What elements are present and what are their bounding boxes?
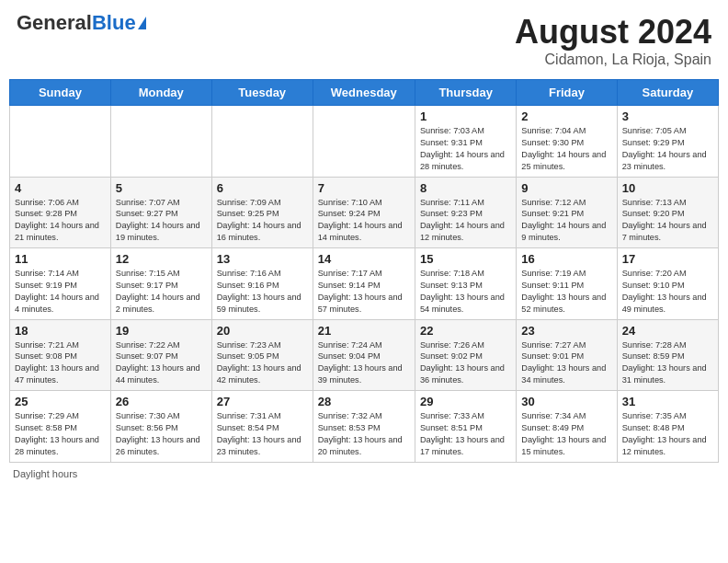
calendar-table: SundayMondayTuesdayWednesdayThursdayFrid… <box>9 79 719 463</box>
day-info: Sunrise: 7:27 AM Sunset: 9:01 PM Dayligh… <box>521 339 611 387</box>
calendar-day-cell: 28Sunrise: 7:32 AM Sunset: 8:53 PM Dayli… <box>313 391 415 463</box>
calendar-day-cell: 24Sunrise: 7:28 AM Sunset: 8:59 PM Dayli… <box>617 319 718 391</box>
calendar-day-cell: 7Sunrise: 7:10 AM Sunset: 9:24 PM Daylig… <box>313 177 415 248</box>
day-number: 8 <box>420 181 511 195</box>
day-info: Sunrise: 7:23 AM Sunset: 9:05 PM Dayligh… <box>217 339 308 387</box>
day-info: Sunrise: 7:15 AM Sunset: 9:17 PM Dayligh… <box>116 268 207 316</box>
day-number: 7 <box>318 181 410 195</box>
calendar-day-cell: 2Sunrise: 7:04 AM Sunset: 9:30 PM Daylig… <box>517 106 617 178</box>
day-number: 28 <box>318 395 410 408</box>
calendar-day-cell: 30Sunrise: 7:34 AM Sunset: 8:49 PM Dayli… <box>517 391 617 463</box>
day-number: 11 <box>15 252 106 266</box>
day-number: 1 <box>420 109 511 123</box>
logo-triangle-icon <box>138 17 146 29</box>
calendar-day-cell: 25Sunrise: 7:29 AM Sunset: 8:58 PM Dayli… <box>10 391 111 463</box>
day-info: Sunrise: 7:32 AM Sunset: 8:53 PM Dayligh… <box>318 410 410 458</box>
calendar-day-header: Tuesday <box>211 80 313 106</box>
calendar-day-cell: 26Sunrise: 7:30 AM Sunset: 8:56 PM Dayli… <box>110 391 211 463</box>
day-number: 30 <box>521 395 611 408</box>
calendar-day-cell: 15Sunrise: 7:18 AM Sunset: 9:13 PM Dayli… <box>415 248 516 320</box>
calendar-day-cell: 29Sunrise: 7:33 AM Sunset: 8:51 PM Dayli… <box>415 391 516 463</box>
calendar-day-header: Friday <box>517 80 617 106</box>
calendar-day-cell <box>10 106 111 178</box>
day-number: 4 <box>15 181 106 195</box>
day-info: Sunrise: 7:33 AM Sunset: 8:51 PM Dayligh… <box>420 410 511 458</box>
day-number: 9 <box>521 181 611 195</box>
calendar-header-row: SundayMondayTuesdayWednesdayThursdayFrid… <box>10 80 719 106</box>
day-info: Sunrise: 7:35 AM Sunset: 8:48 PM Dayligh… <box>622 410 713 458</box>
calendar-day-cell: 11Sunrise: 7:14 AM Sunset: 9:19 PM Dayli… <box>10 248 111 320</box>
calendar-day-cell: 9Sunrise: 7:12 AM Sunset: 9:21 PM Daylig… <box>517 177 617 248</box>
calendar-day-cell <box>211 106 313 178</box>
calendar-day-cell: 23Sunrise: 7:27 AM Sunset: 9:01 PM Dayli… <box>517 319 617 391</box>
calendar-day-cell: 20Sunrise: 7:23 AM Sunset: 9:05 PM Dayli… <box>211 319 313 391</box>
day-info: Sunrise: 7:31 AM Sunset: 8:54 PM Dayligh… <box>217 410 308 458</box>
day-info: Sunrise: 7:04 AM Sunset: 9:30 PM Dayligh… <box>521 125 611 173</box>
calendar-day-cell: 1Sunrise: 7:03 AM Sunset: 9:31 PM Daylig… <box>415 106 516 178</box>
calendar-week-row: 18Sunrise: 7:21 AM Sunset: 9:08 PM Dayli… <box>10 319 719 391</box>
footer-daylight: Daylight hours <box>9 468 719 479</box>
day-info: Sunrise: 7:30 AM Sunset: 8:56 PM Dayligh… <box>116 410 207 458</box>
day-number: 5 <box>116 181 207 195</box>
day-info: Sunrise: 7:24 AM Sunset: 9:04 PM Dayligh… <box>318 339 410 387</box>
day-number: 20 <box>217 324 308 338</box>
day-info: Sunrise: 7:21 AM Sunset: 9:08 PM Dayligh… <box>15 339 106 387</box>
day-number: 26 <box>116 395 207 408</box>
day-info: Sunrise: 7:34 AM Sunset: 8:49 PM Dayligh… <box>521 410 611 458</box>
calendar-day-cell: 21Sunrise: 7:24 AM Sunset: 9:04 PM Dayli… <box>313 319 415 391</box>
calendar-day-cell: 13Sunrise: 7:16 AM Sunset: 9:16 PM Dayli… <box>211 248 313 320</box>
day-number: 19 <box>116 324 207 338</box>
day-info: Sunrise: 7:03 AM Sunset: 9:31 PM Dayligh… <box>420 125 511 173</box>
day-number: 2 <box>521 109 611 123</box>
day-number: 17 <box>622 252 713 266</box>
page-header: GeneralBlue August 2024 Cidamon, La Rioj… <box>9 9 719 72</box>
day-info: Sunrise: 7:12 AM Sunset: 9:21 PM Dayligh… <box>521 197 611 245</box>
day-info: Sunrise: 7:29 AM Sunset: 8:58 PM Dayligh… <box>15 410 106 458</box>
day-info: Sunrise: 7:06 AM Sunset: 9:28 PM Dayligh… <box>15 197 106 245</box>
day-number: 16 <box>521 252 611 266</box>
calendar-day-cell: 16Sunrise: 7:19 AM Sunset: 9:11 PM Dayli… <box>517 248 617 320</box>
day-number: 21 <box>318 324 410 338</box>
calendar-day-cell: 6Sunrise: 7:09 AM Sunset: 9:25 PM Daylig… <box>211 177 313 248</box>
logo-blue: Blue <box>92 11 136 34</box>
day-number: 6 <box>217 181 308 195</box>
calendar-day-cell <box>110 106 211 178</box>
calendar-day-cell: 3Sunrise: 7:05 AM Sunset: 9:29 PM Daylig… <box>617 106 718 178</box>
calendar-day-header: Thursday <box>415 80 516 106</box>
calendar-day-cell: 22Sunrise: 7:26 AM Sunset: 9:02 PM Dayli… <box>415 319 516 391</box>
calendar-day-cell: 4Sunrise: 7:06 AM Sunset: 9:28 PM Daylig… <box>10 177 111 248</box>
day-number: 29 <box>420 395 511 408</box>
title-section: August 2024 Cidamon, La Rioja, Spain <box>515 13 711 68</box>
calendar-day-header: Wednesday <box>313 80 415 106</box>
day-number: 15 <box>420 252 511 266</box>
day-number: 31 <box>622 395 713 408</box>
calendar-day-cell: 27Sunrise: 7:31 AM Sunset: 8:54 PM Dayli… <box>211 391 313 463</box>
day-info: Sunrise: 7:10 AM Sunset: 9:24 PM Dayligh… <box>318 197 410 245</box>
day-number: 10 <box>622 181 713 195</box>
calendar-day-cell <box>313 106 415 178</box>
calendar-week-row: 25Sunrise: 7:29 AM Sunset: 8:58 PM Dayli… <box>10 391 719 463</box>
logo: GeneralBlue <box>17 13 146 33</box>
calendar-week-row: 4Sunrise: 7:06 AM Sunset: 9:28 PM Daylig… <box>10 177 719 248</box>
day-info: Sunrise: 7:07 AM Sunset: 9:27 PM Dayligh… <box>116 197 207 245</box>
day-info: Sunrise: 7:20 AM Sunset: 9:10 PM Dayligh… <box>622 268 713 316</box>
footer-text: Daylight hours <box>13 468 77 479</box>
calendar-day-cell: 8Sunrise: 7:11 AM Sunset: 9:23 PM Daylig… <box>415 177 516 248</box>
day-number: 27 <box>217 395 308 408</box>
day-info: Sunrise: 7:13 AM Sunset: 9:20 PM Dayligh… <box>622 197 713 245</box>
day-info: Sunrise: 7:22 AM Sunset: 9:07 PM Dayligh… <box>116 339 207 387</box>
day-number: 25 <box>15 395 106 408</box>
calendar-day-cell: 10Sunrise: 7:13 AM Sunset: 9:20 PM Dayli… <box>617 177 718 248</box>
calendar-title: August 2024 <box>515 13 711 52</box>
day-number: 23 <box>521 324 611 338</box>
calendar-day-header: Monday <box>110 80 211 106</box>
calendar-day-header: Saturday <box>617 80 718 106</box>
day-info: Sunrise: 7:16 AM Sunset: 9:16 PM Dayligh… <box>217 268 308 316</box>
day-info: Sunrise: 7:28 AM Sunset: 8:59 PM Dayligh… <box>622 339 713 387</box>
day-info: Sunrise: 7:11 AM Sunset: 9:23 PM Dayligh… <box>420 197 511 245</box>
day-info: Sunrise: 7:26 AM Sunset: 9:02 PM Dayligh… <box>420 339 511 387</box>
calendar-day-header: Sunday <box>10 80 111 106</box>
day-info: Sunrise: 7:19 AM Sunset: 9:11 PM Dayligh… <box>521 268 611 316</box>
calendar-week-row: 1Sunrise: 7:03 AM Sunset: 9:31 PM Daylig… <box>10 106 719 178</box>
logo-general: General <box>17 11 92 34</box>
